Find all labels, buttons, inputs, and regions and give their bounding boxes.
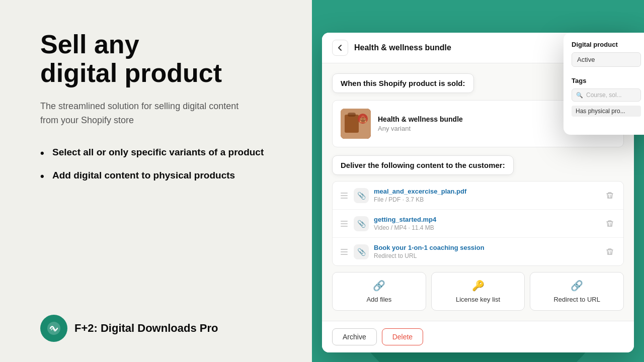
license-key-label: License key list bbox=[456, 296, 500, 303]
side-panel-digital-product-value: Active bbox=[572, 52, 641, 67]
file-item-3: 📎 Book your 1-on-1 coaching session Redi… bbox=[333, 238, 623, 265]
window-title: Health & wellness bundle bbox=[354, 43, 560, 52]
left-panel: Sell any digital product The streamlined… bbox=[0, 0, 312, 362]
bullet-item-1: Select all or only specific variants of … bbox=[40, 146, 287, 159]
drag-handle-1[interactable] bbox=[340, 192, 349, 200]
delete-file-3[interactable] bbox=[603, 245, 616, 258]
bullet-item-2: Add digital content to physical products bbox=[40, 169, 287, 182]
main-heading: Sell any digital product bbox=[40, 30, 287, 87]
delete-button[interactable]: Delete bbox=[382, 328, 423, 345]
file-meta-2: Video / MP4 · 11.4 MB bbox=[374, 224, 598, 231]
file-meta-1: File / PDF · 3.7 KB bbox=[374, 196, 598, 203]
add-files-icon: 🔗 bbox=[373, 280, 385, 292]
file-name-3: Book your 1-on-1 coaching session bbox=[374, 244, 598, 251]
add-buttons: 🔗 Add files 🔑 License key list 🔗 Redirec… bbox=[332, 272, 624, 311]
redirect-url-button[interactable]: 🔗 Redirect to URL bbox=[530, 272, 624, 311]
file-icon-2: 📎 bbox=[354, 216, 369, 231]
add-files-button[interactable]: 🔗 Add files bbox=[332, 272, 426, 311]
license-key-button[interactable]: 🔑 License key list bbox=[431, 272, 525, 311]
deliver-label: Deliver the following content to the cus… bbox=[332, 155, 514, 175]
window-footer: Archive Delete bbox=[322, 321, 634, 352]
side-search-icon: 🔍 bbox=[576, 92, 583, 99]
side-panel-digital-product-title: Digital product bbox=[572, 41, 641, 48]
right-panel: Health & wellness bundle Active Arc... W… bbox=[312, 0, 644, 362]
when-sold-label: When this Shopify product is sold: bbox=[332, 73, 474, 93]
logo-text: F+2: Digital Downloads Pro bbox=[74, 322, 218, 335]
product-info: Health & wellness bundle Any variant bbox=[378, 115, 574, 132]
back-button[interactable] bbox=[332, 40, 348, 56]
add-files-label: Add files bbox=[366, 296, 391, 303]
svg-rect-2 bbox=[345, 115, 359, 133]
redirect-url-label: Redirect to URL bbox=[553, 296, 600, 303]
archive-button[interactable]: Archive bbox=[332, 328, 377, 345]
logo-row: F+2: Digital Downloads Pro bbox=[40, 315, 287, 342]
product-name: Health & wellness bundle bbox=[378, 115, 574, 123]
side-panel: Digital product Active Tags 🔍 Course, so… bbox=[564, 33, 644, 135]
file-details-1: meal_and_excercise_plan.pdf File / PDF ·… bbox=[374, 188, 598, 203]
content-list: 📎 meal_and_excercise_plan.pdf File / PDF… bbox=[332, 181, 624, 266]
side-search-box[interactable]: 🔍 Course, sol... bbox=[572, 88, 641, 102]
drag-handle-2[interactable] bbox=[340, 220, 349, 228]
svg-text:👜: 👜 bbox=[359, 115, 367, 123]
bullet-list: Select all or only specific variants of … bbox=[40, 146, 287, 182]
delete-file-2[interactable] bbox=[603, 217, 616, 230]
file-name-2: getting_started.mp4 bbox=[374, 216, 598, 223]
side-tags-title: Tags bbox=[572, 77, 641, 84]
svg-rect-3 bbox=[348, 113, 356, 117]
product-variant: Any variant bbox=[378, 125, 574, 132]
file-meta-3: Redirect to URL bbox=[374, 252, 598, 259]
side-search-placeholder: Course, sol... bbox=[586, 92, 622, 99]
side-tag: Has physical pro... bbox=[572, 106, 641, 117]
file-details-3: Book your 1-on-1 coaching session Redire… bbox=[374, 244, 598, 259]
logo-icon bbox=[40, 315, 67, 342]
file-icon-3: 📎 bbox=[354, 244, 369, 259]
side-panel-digital-product: Digital product Active bbox=[572, 41, 641, 67]
product-image: 👜 bbox=[341, 109, 371, 139]
drag-handle-3[interactable] bbox=[340, 248, 349, 256]
side-panel-tags: Tags 🔍 Course, sol... Has physical pro..… bbox=[572, 77, 641, 117]
file-icon-1: 📎 bbox=[354, 188, 369, 203]
sub-heading: The streamlined solution for selling dig… bbox=[40, 100, 252, 128]
file-item-1: 📎 meal_and_excercise_plan.pdf File / PDF… bbox=[333, 182, 623, 210]
delete-file-1[interactable] bbox=[603, 189, 616, 202]
file-details-2: getting_started.mp4 Video / MP4 · 11.4 M… bbox=[374, 216, 598, 231]
file-item-2: 📎 getting_started.mp4 Video / MP4 · 11.4… bbox=[333, 210, 623, 238]
file-name-1: meal_and_excercise_plan.pdf bbox=[374, 188, 598, 195]
redirect-url-icon: 🔗 bbox=[571, 280, 583, 292]
license-key-icon: 🔑 bbox=[472, 280, 485, 292]
